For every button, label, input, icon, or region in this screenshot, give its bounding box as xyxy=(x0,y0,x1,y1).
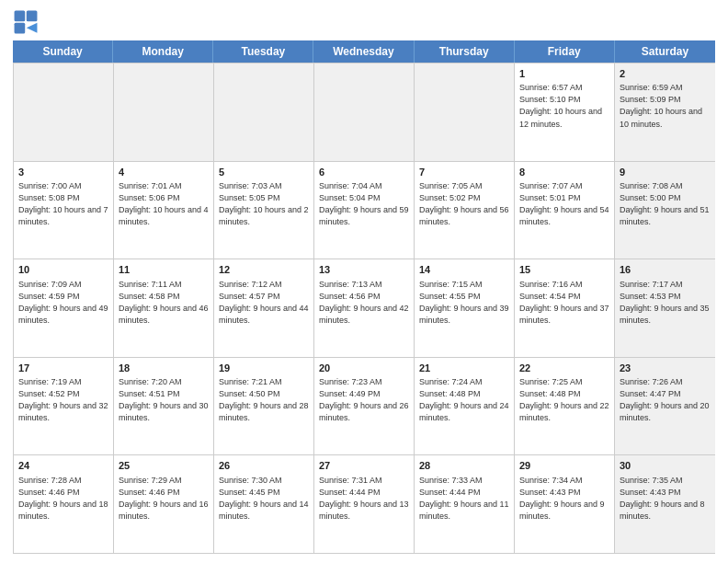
day-number: 28 xyxy=(419,459,509,473)
cal-cell-w1-d7: 2Sunrise: 6:59 AM Sunset: 5:09 PM Daylig… xyxy=(615,63,715,161)
day-number: 14 xyxy=(419,263,509,277)
cal-cell-w4-d5: 21Sunrise: 7:24 AM Sunset: 4:48 PM Dayli… xyxy=(415,358,515,455)
cal-cell-w2-d3: 5Sunrise: 7:03 AM Sunset: 5:05 PM Daylig… xyxy=(214,162,314,259)
day-number: 25 xyxy=(119,459,209,473)
cell-info: Sunrise: 7:20 AM Sunset: 4:51 PM Dayligh… xyxy=(119,376,209,424)
cal-cell-w1-d2 xyxy=(114,63,214,161)
cell-info: Sunrise: 7:34 AM Sunset: 4:43 PM Dayligh… xyxy=(519,475,609,523)
cell-info: Sunrise: 7:35 AM Sunset: 4:43 PM Dayligh… xyxy=(620,475,711,523)
cal-cell-w1-d1 xyxy=(14,63,114,161)
cal-cell-w5-d3: 26Sunrise: 7:30 AM Sunset: 4:45 PM Dayli… xyxy=(214,455,314,553)
cal-cell-w3-d5: 14Sunrise: 7:15 AM Sunset: 4:55 PM Dayli… xyxy=(415,259,515,357)
cal-cell-w4-d1: 17Sunrise: 7:19 AM Sunset: 4:52 PM Dayli… xyxy=(14,358,114,455)
cal-cell-w5-d1: 24Sunrise: 7:28 AM Sunset: 4:46 PM Dayli… xyxy=(14,455,114,553)
week-row-3: 10Sunrise: 7:09 AM Sunset: 4:59 PM Dayli… xyxy=(14,259,715,358)
calendar: SundayMondayTuesdayWednesdayThursdayFrid… xyxy=(13,40,715,554)
svg-rect-1 xyxy=(27,11,38,22)
cal-cell-w1-d4 xyxy=(314,63,415,161)
cell-info: Sunrise: 7:21 AM Sunset: 4:50 PM Dayligh… xyxy=(219,376,309,424)
day-number: 30 xyxy=(620,459,711,473)
cal-cell-w5-d5: 28Sunrise: 7:33 AM Sunset: 4:44 PM Dayli… xyxy=(415,455,515,553)
cell-info: Sunrise: 7:00 AM Sunset: 5:08 PM Dayligh… xyxy=(18,180,108,228)
day-number: 2 xyxy=(620,67,711,81)
cell-info: Sunrise: 7:07 AM Sunset: 5:01 PM Dayligh… xyxy=(519,180,609,228)
cell-info: Sunrise: 7:09 AM Sunset: 4:59 PM Dayligh… xyxy=(18,279,108,327)
cal-cell-w1-d5 xyxy=(415,63,515,161)
cell-info: Sunrise: 7:08 AM Sunset: 5:00 PM Dayligh… xyxy=(620,180,711,228)
cell-info: Sunrise: 7:05 AM Sunset: 5:02 PM Dayligh… xyxy=(419,180,509,228)
cal-cell-w5-d2: 25Sunrise: 7:29 AM Sunset: 4:46 PM Dayli… xyxy=(114,455,214,553)
cell-info: Sunrise: 7:29 AM Sunset: 4:46 PM Dayligh… xyxy=(119,475,209,523)
cal-cell-w4-d2: 18Sunrise: 7:20 AM Sunset: 4:51 PM Dayli… xyxy=(114,358,214,455)
day-number: 5 xyxy=(219,166,309,179)
cal-cell-w3-d4: 13Sunrise: 7:13 AM Sunset: 4:56 PM Dayli… xyxy=(314,259,415,357)
day-number: 21 xyxy=(419,362,509,375)
cell-info: Sunrise: 7:13 AM Sunset: 4:56 PM Dayligh… xyxy=(319,279,409,327)
week-row-4: 17Sunrise: 7:19 AM Sunset: 4:52 PM Dayli… xyxy=(14,358,715,456)
day-number: 27 xyxy=(319,459,409,473)
cal-cell-w2-d7: 9Sunrise: 7:08 AM Sunset: 5:00 PM Daylig… xyxy=(615,162,715,259)
cal-cell-w2-d5: 7Sunrise: 7:05 AM Sunset: 5:02 PM Daylig… xyxy=(415,162,515,259)
cell-info: Sunrise: 7:11 AM Sunset: 4:58 PM Dayligh… xyxy=(119,279,209,327)
header-day-saturday: Saturday xyxy=(615,40,715,63)
day-number: 20 xyxy=(319,362,409,375)
header-day-thursday: Thursday xyxy=(415,40,515,63)
week-row-5: 24Sunrise: 7:28 AM Sunset: 4:46 PM Dayli… xyxy=(14,455,715,554)
header-day-friday: Friday xyxy=(515,40,615,63)
cal-cell-w5-d4: 27Sunrise: 7:31 AM Sunset: 4:44 PM Dayli… xyxy=(314,455,415,553)
day-number: 15 xyxy=(519,263,609,277)
cell-info: Sunrise: 7:19 AM Sunset: 4:52 PM Dayligh… xyxy=(18,376,108,424)
logo xyxy=(13,9,42,35)
day-number: 3 xyxy=(18,166,108,179)
header xyxy=(13,9,715,35)
cell-info: Sunrise: 7:23 AM Sunset: 4:49 PM Dayligh… xyxy=(319,376,409,424)
day-number: 9 xyxy=(620,166,711,179)
cal-cell-w3-d6: 15Sunrise: 7:16 AM Sunset: 4:54 PM Dayli… xyxy=(515,259,615,357)
day-number: 24 xyxy=(18,459,108,473)
cal-cell-w2-d4: 6Sunrise: 7:04 AM Sunset: 5:04 PM Daylig… xyxy=(314,162,415,259)
day-number: 22 xyxy=(519,362,609,375)
cal-cell-w4-d4: 20Sunrise: 7:23 AM Sunset: 4:49 PM Dayli… xyxy=(314,358,415,455)
day-number: 13 xyxy=(319,263,409,277)
day-number: 18 xyxy=(119,362,209,375)
day-number: 26 xyxy=(219,459,309,473)
cal-cell-w3-d3: 12Sunrise: 7:12 AM Sunset: 4:57 PM Dayli… xyxy=(214,259,314,357)
calendar-header: SundayMondayTuesdayWednesdayThursdayFrid… xyxy=(13,40,715,63)
cal-cell-w5-d6: 29Sunrise: 7:34 AM Sunset: 4:43 PM Dayli… xyxy=(515,455,615,553)
cal-cell-w1-d3 xyxy=(214,63,314,161)
svg-rect-0 xyxy=(15,11,26,22)
header-day-monday: Monday xyxy=(113,40,213,63)
cell-info: Sunrise: 6:57 AM Sunset: 5:10 PM Dayligh… xyxy=(519,82,609,130)
week-row-1: 1Sunrise: 6:57 AM Sunset: 5:10 PM Daylig… xyxy=(14,63,715,162)
cal-cell-w4-d6: 22Sunrise: 7:25 AM Sunset: 4:48 PM Dayli… xyxy=(515,358,615,455)
cell-info: Sunrise: 7:26 AM Sunset: 4:47 PM Dayligh… xyxy=(620,376,711,424)
day-number: 7 xyxy=(419,166,509,179)
cell-info: Sunrise: 7:03 AM Sunset: 5:05 PM Dayligh… xyxy=(219,180,309,228)
cell-info: Sunrise: 7:15 AM Sunset: 4:55 PM Dayligh… xyxy=(419,279,509,327)
cell-info: Sunrise: 7:17 AM Sunset: 4:53 PM Dayligh… xyxy=(620,279,711,327)
header-day-wednesday: Wednesday xyxy=(313,40,414,63)
day-number: 11 xyxy=(119,263,209,277)
day-number: 19 xyxy=(219,362,309,375)
day-number: 12 xyxy=(219,263,309,277)
header-day-tuesday: Tuesday xyxy=(213,40,313,63)
cal-cell-w4-d3: 19Sunrise: 7:21 AM Sunset: 4:50 PM Dayli… xyxy=(214,358,314,455)
day-number: 4 xyxy=(119,166,209,179)
day-number: 10 xyxy=(18,263,108,277)
day-number: 6 xyxy=(319,166,409,179)
cell-info: Sunrise: 7:30 AM Sunset: 4:45 PM Dayligh… xyxy=(219,475,309,523)
cal-cell-w3-d7: 16Sunrise: 7:17 AM Sunset: 4:53 PM Dayli… xyxy=(615,259,715,357)
svg-rect-2 xyxy=(15,23,26,34)
cal-cell-w3-d1: 10Sunrise: 7:09 AM Sunset: 4:59 PM Dayli… xyxy=(14,259,114,357)
cell-info: Sunrise: 7:31 AM Sunset: 4:44 PM Dayligh… xyxy=(319,475,409,523)
cell-info: Sunrise: 7:04 AM Sunset: 5:04 PM Dayligh… xyxy=(319,180,409,228)
cal-cell-w2-d1: 3Sunrise: 7:00 AM Sunset: 5:08 PM Daylig… xyxy=(14,162,114,259)
page: SundayMondayTuesdayWednesdayThursdayFrid… xyxy=(0,0,728,563)
cell-info: Sunrise: 7:28 AM Sunset: 4:46 PM Dayligh… xyxy=(18,475,108,523)
day-number: 17 xyxy=(18,362,108,375)
day-number: 23 xyxy=(620,362,711,375)
cal-cell-w4-d7: 23Sunrise: 7:26 AM Sunset: 4:47 PM Dayli… xyxy=(615,358,715,455)
cal-cell-w3-d2: 11Sunrise: 7:11 AM Sunset: 4:58 PM Dayli… xyxy=(114,259,214,357)
cell-info: Sunrise: 7:01 AM Sunset: 5:06 PM Dayligh… xyxy=(119,180,209,228)
logo-icon xyxy=(13,9,39,35)
